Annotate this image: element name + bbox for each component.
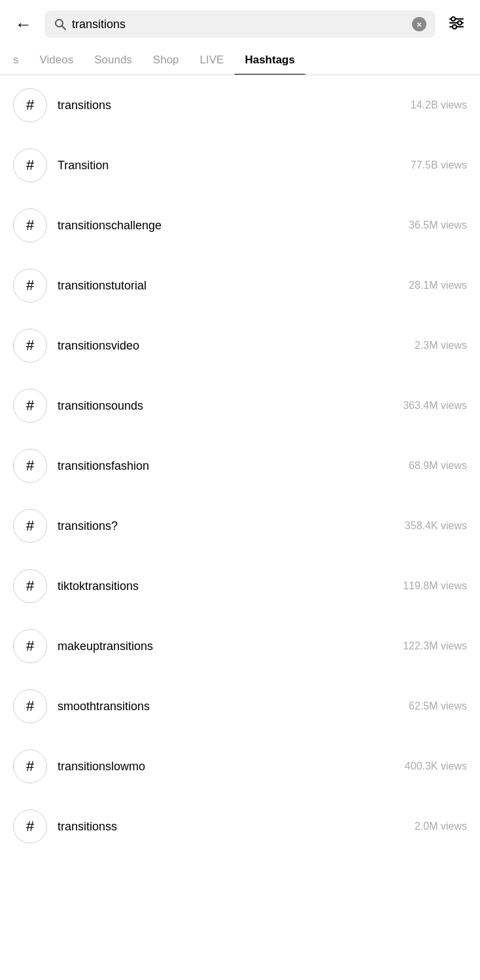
svg-point-7 [453, 25, 456, 29]
tab-top[interactable]: s [3, 46, 29, 74]
hashtag-views: 119.8M views [403, 580, 467, 592]
hashtag-icon-wrap: # [13, 629, 47, 663]
hashtag-icon-wrap: # [13, 269, 47, 302]
hashtag-name: transitions [58, 99, 411, 112]
search-bar: × [44, 10, 436, 38]
hashtag-name: Transition [58, 159, 411, 172]
hashtag-name: transitions? [58, 519, 405, 533]
hashtag-views: 122.3M views [403, 640, 467, 652]
clear-icon: × [417, 20, 422, 29]
hashtag-views: 363.4M views [403, 400, 467, 412]
header: ← × [0, 0, 480, 46]
hashtag-views: 62.5M views [409, 700, 467, 712]
hashtag-icon-wrap: # [13, 329, 47, 363]
hashtag-name: transitionsvideo [58, 339, 415, 353]
svg-point-6 [458, 21, 462, 25]
filter-sliders-icon [448, 14, 465, 34]
hashtag-name: transitionslowmo [58, 760, 405, 774]
back-button[interactable]: ← [10, 11, 37, 37]
hash-symbol: # [26, 698, 34, 715]
svg-point-5 [451, 17, 455, 21]
hash-symbol: # [26, 578, 34, 595]
hashtag-list: # transitions 14.2B views # Transition 7… [0, 75, 480, 857]
hashtag-list-item[interactable]: # smoothtransitions 62.5M views [0, 676, 480, 736]
hashtag-list-item[interactable]: # transitionsfashion 68.9M views [0, 436, 480, 496]
hash-symbol: # [26, 217, 34, 234]
hashtag-list-item[interactable]: # transitionss 2.0M views [0, 796, 480, 857]
hashtag-name: transitionstutorial [58, 279, 409, 293]
hashtag-views: 36.5M views [409, 220, 467, 231]
hashtag-icon-wrap: # [13, 749, 47, 783]
hashtag-icon-wrap: # [13, 148, 47, 182]
hashtag-views: 28.1M views [409, 280, 467, 291]
hashtag-icon-wrap: # [13, 389, 47, 423]
hashtag-name: transitionschallenge [58, 219, 409, 233]
hashtag-list-item[interactable]: # Transition 77.5B views [0, 135, 480, 195]
hashtag-views: 68.9M views [409, 460, 467, 472]
hashtag-icon-wrap: # [13, 569, 47, 603]
hashtag-views: 14.2B views [411, 99, 467, 111]
hash-symbol: # [26, 397, 34, 414]
hashtag-views: 77.5B views [411, 159, 467, 171]
hashtag-list-item[interactable]: # transitionsvideo 2.3M views [0, 316, 480, 376]
filter-button[interactable] [443, 11, 470, 37]
hash-symbol: # [26, 638, 34, 655]
hashtag-list-item[interactable]: # transitions? 358.4K views [0, 496, 480, 556]
hash-symbol: # [26, 517, 34, 534]
hashtag-list-item[interactable]: # transitionsounds 363.4M views [0, 376, 480, 436]
tab-sounds[interactable]: Sounds [84, 46, 143, 74]
back-arrow-icon: ← [15, 16, 32, 33]
tab-hashtags[interactable]: Hashtags [234, 46, 305, 74]
search-icon [54, 18, 67, 31]
hash-symbol: # [26, 97, 34, 114]
hashtag-list-item[interactable]: # transitions 14.2B views [0, 75, 480, 135]
clear-button[interactable]: × [412, 17, 426, 31]
hashtag-views: 2.3M views [415, 340, 467, 351]
hashtag-name: transitionsounds [58, 399, 403, 413]
tab-shop[interactable]: Shop [143, 46, 190, 74]
hashtag-views: 400.3K views [405, 760, 467, 772]
tab-live[interactable]: LIVE [190, 46, 235, 74]
hash-symbol: # [26, 337, 34, 354]
svg-line-1 [62, 26, 66, 30]
hash-symbol: # [26, 758, 34, 775]
hashtag-name: makeuptransitions [58, 640, 403, 653]
search-input[interactable] [72, 18, 407, 31]
hashtag-icon-wrap: # [13, 449, 47, 483]
hashtag-name: transitionss [58, 820, 415, 834]
hashtag-icon-wrap: # [13, 809, 47, 843]
hashtag-list-item[interactable]: # transitionstutorial 28.1M views [0, 255, 480, 316]
tab-bar: s Videos Sounds Shop LIVE Hashtags [0, 46, 480, 75]
hashtag-list-item[interactable]: # transitionslowmo 400.3K views [0, 736, 480, 796]
hashtag-views: 2.0M views [415, 821, 467, 832]
hashtag-icon-wrap: # [13, 509, 47, 543]
hashtag-name: smoothtransitions [58, 700, 409, 713]
hashtag-list-item[interactable]: # makeuptransitions 122.3M views [0, 616, 480, 676]
hash-symbol: # [26, 818, 34, 835]
hashtag-icon-wrap: # [13, 88, 47, 122]
hashtag-list-item[interactable]: # transitionschallenge 36.5M views [0, 195, 480, 255]
hashtag-icon-wrap: # [13, 689, 47, 723]
hash-symbol: # [26, 157, 34, 174]
hashtag-name: tiktoktransitions [58, 580, 403, 593]
tab-videos[interactable]: Videos [29, 46, 84, 74]
hash-symbol: # [26, 277, 34, 294]
hashtag-views: 358.4K views [405, 520, 467, 532]
hash-symbol: # [26, 457, 34, 474]
hashtag-name: transitionsfashion [58, 459, 409, 473]
hashtag-icon-wrap: # [13, 208, 47, 242]
hashtag-list-item[interactable]: # tiktoktransitions 119.8M views [0, 556, 480, 616]
